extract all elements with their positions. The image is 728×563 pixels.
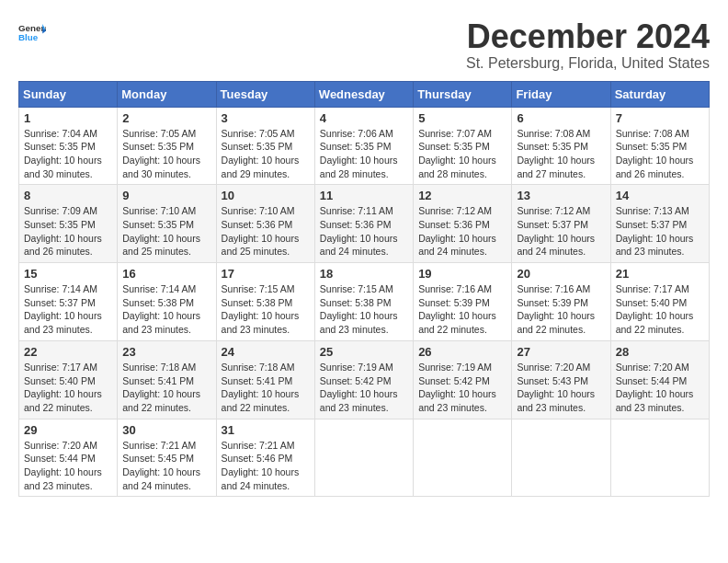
daylight-label: Daylight: 10 hours and 23 minutes.: [320, 310, 398, 335]
day-number: 12: [418, 189, 506, 202]
logo: General Blue: [18, 18, 46, 46]
day-number: 24: [222, 345, 310, 359]
daylight-label: Daylight: 10 hours and 25 minutes.: [122, 233, 200, 258]
day-number: 29: [24, 423, 112, 437]
calendar-cell: [512, 419, 610, 497]
daylight-label: Daylight: 10 hours and 23 minutes.: [616, 388, 694, 413]
sunset-label: Sunset: 5:35 PM: [517, 141, 588, 152]
daylight-label: Daylight: 10 hours and 23 minutes.: [122, 310, 200, 335]
daylight-label: Daylight: 10 hours and 23 minutes.: [616, 233, 694, 258]
calendar-cell: 7 Sunrise: 7:08 AM Sunset: 5:35 PM Dayli…: [610, 107, 709, 185]
day-number: 7: [616, 111, 704, 125]
day-info: Sunrise: 7:20 AM Sunset: 5:44 PM Dayligh…: [24, 439, 112, 493]
weekday-header-tuesday: Tuesday: [216, 81, 314, 107]
sunset-label: Sunset: 5:35 PM: [122, 219, 194, 230]
sunset-label: Sunset: 5:35 PM: [24, 219, 96, 230]
sunset-label: Sunset: 5:38 PM: [122, 297, 194, 308]
daylight-label: Daylight: 10 hours and 27 minutes.: [517, 155, 595, 179]
day-info: Sunrise: 7:19 AM Sunset: 5:42 PM Dayligh…: [418, 361, 506, 415]
calendar-cell: 26 Sunrise: 7:19 AM Sunset: 5:42 PM Dayl…: [414, 340, 512, 419]
day-number: 18: [320, 267, 408, 281]
calendar-cell: 12 Sunrise: 7:12 AM Sunset: 5:36 PM Dayl…: [414, 185, 512, 263]
day-number: 20: [517, 267, 605, 281]
day-number: 26: [418, 345, 506, 359]
day-number: 14: [616, 189, 704, 202]
sunrise-label: Sunrise: 7:09 AM: [24, 205, 97, 216]
day-number: 16: [122, 267, 210, 281]
calendar-cell: 4 Sunrise: 7:06 AM Sunset: 5:35 PM Dayli…: [314, 107, 413, 185]
sunrise-label: Sunrise: 7:16 AM: [517, 283, 590, 294]
calendar-cell: 28 Sunrise: 7:20 AM Sunset: 5:44 PM Dayl…: [610, 340, 709, 419]
day-info: Sunrise: 7:20 AM Sunset: 5:44 PM Dayligh…: [616, 361, 704, 415]
day-info: Sunrise: 7:19 AM Sunset: 5:42 PM Dayligh…: [320, 361, 408, 415]
sunset-label: Sunset: 5:42 PM: [418, 375, 490, 386]
weekday-header-thursday: Thursday: [414, 81, 512, 107]
daylight-label: Daylight: 10 hours and 24 minutes.: [418, 233, 496, 258]
daylight-label: Daylight: 10 hours and 23 minutes.: [517, 388, 595, 413]
daylight-label: Daylight: 10 hours and 25 minutes.: [222, 233, 300, 258]
title-section: December 2024 St. Petersburg, Florida, U…: [466, 18, 710, 72]
calendar-table: SundayMondayTuesdayWednesdayThursdayFrid…: [18, 81, 710, 498]
sunset-label: Sunset: 5:38 PM: [320, 297, 392, 308]
svg-text:General: General: [18, 23, 46, 33]
calendar-cell: [314, 419, 413, 497]
sunrise-label: Sunrise: 7:19 AM: [418, 362, 492, 373]
calendar-cell: 3 Sunrise: 7:05 AM Sunset: 5:35 PM Dayli…: [216, 107, 314, 185]
sunrise-label: Sunrise: 7:21 AM: [122, 440, 196, 451]
day-number: 13: [517, 189, 605, 202]
sunrise-label: Sunrise: 7:17 AM: [24, 362, 97, 373]
calendar-cell: 5 Sunrise: 7:07 AM Sunset: 5:35 PM Dayli…: [414, 107, 512, 185]
day-info: Sunrise: 7:09 AM Sunset: 5:35 PM Dayligh…: [24, 204, 112, 259]
sunset-label: Sunset: 5:35 PM: [122, 141, 194, 152]
day-info: Sunrise: 7:10 AM Sunset: 5:36 PM Dayligh…: [222, 204, 310, 259]
day-number: 17: [222, 267, 310, 281]
calendar-cell: 1 Sunrise: 7:04 AM Sunset: 5:35 PM Dayli…: [19, 107, 118, 185]
daylight-label: Daylight: 10 hours and 24 minutes.: [222, 466, 300, 491]
sunrise-label: Sunrise: 7:13 AM: [616, 205, 689, 216]
day-number: 23: [122, 345, 210, 359]
sunrise-label: Sunrise: 7:21 AM: [222, 440, 295, 451]
weekday-header-saturday: Saturday: [610, 81, 709, 107]
sunrise-label: Sunrise: 7:18 AM: [222, 362, 295, 373]
calendar-cell: 11 Sunrise: 7:11 AM Sunset: 5:36 PM Dayl…: [314, 185, 413, 263]
sunrise-label: Sunrise: 7:07 AM: [418, 128, 492, 139]
sunrise-label: Sunrise: 7:12 AM: [517, 205, 590, 216]
weekday-header-wednesday: Wednesday: [314, 81, 413, 107]
day-number: 28: [616, 345, 704, 359]
calendar-cell: 25 Sunrise: 7:19 AM Sunset: 5:42 PM Dayl…: [314, 340, 413, 419]
daylight-label: Daylight: 10 hours and 23 minutes.: [24, 466, 102, 491]
daylight-label: Daylight: 10 hours and 23 minutes.: [24, 310, 102, 335]
sunrise-label: Sunrise: 7:05 AM: [122, 128, 196, 139]
daylight-label: Daylight: 10 hours and 23 minutes.: [222, 310, 300, 335]
sunset-label: Sunset: 5:44 PM: [24, 453, 96, 464]
day-number: 11: [320, 189, 408, 202]
calendar-cell: [414, 419, 512, 497]
sunrise-label: Sunrise: 7:08 AM: [616, 128, 689, 139]
daylight-label: Daylight: 10 hours and 22 minutes.: [222, 388, 300, 413]
day-info: Sunrise: 7:08 AM Sunset: 5:35 PM Dayligh…: [616, 127, 704, 181]
day-info: Sunrise: 7:04 AM Sunset: 5:35 PM Dayligh…: [24, 127, 112, 181]
sunrise-label: Sunrise: 7:10 AM: [122, 205, 196, 216]
sunset-label: Sunset: 5:36 PM: [418, 219, 490, 230]
daylight-label: Daylight: 10 hours and 26 minutes.: [24, 233, 102, 258]
calendar-cell: 21 Sunrise: 7:17 AM Sunset: 5:40 PM Dayl…: [610, 263, 709, 341]
calendar-cell: 31 Sunrise: 7:21 AM Sunset: 5:46 PM Dayl…: [216, 419, 314, 497]
daylight-label: Daylight: 10 hours and 26 minutes.: [616, 155, 694, 179]
calendar-cell: 23 Sunrise: 7:18 AM Sunset: 5:41 PM Dayl…: [118, 340, 216, 419]
day-info: Sunrise: 7:15 AM Sunset: 5:38 PM Dayligh…: [320, 282, 408, 337]
sunrise-label: Sunrise: 7:04 AM: [24, 128, 97, 139]
day-info: Sunrise: 7:08 AM Sunset: 5:35 PM Dayligh…: [517, 127, 605, 181]
page-header: General Blue December 2024 St. Petersbur…: [18, 18, 710, 72]
day-number: 19: [418, 267, 506, 281]
day-info: Sunrise: 7:16 AM Sunset: 5:39 PM Dayligh…: [418, 282, 506, 337]
logo-icon: General Blue: [18, 18, 46, 46]
day-number: 3: [222, 111, 310, 125]
sunset-label: Sunset: 5:35 PM: [616, 141, 688, 152]
calendar-cell: 15 Sunrise: 7:14 AM Sunset: 5:37 PM Dayl…: [19, 263, 118, 341]
day-info: Sunrise: 7:17 AM Sunset: 5:40 PM Dayligh…: [24, 361, 112, 415]
sunrise-label: Sunrise: 7:11 AM: [320, 205, 393, 216]
calendar-cell: 30 Sunrise: 7:21 AM Sunset: 5:45 PM Dayl…: [118, 419, 216, 497]
sunset-label: Sunset: 5:41 PM: [122, 375, 194, 386]
calendar-cell: 6 Sunrise: 7:08 AM Sunset: 5:35 PM Dayli…: [512, 107, 610, 185]
daylight-label: Daylight: 10 hours and 22 minutes.: [616, 310, 694, 335]
